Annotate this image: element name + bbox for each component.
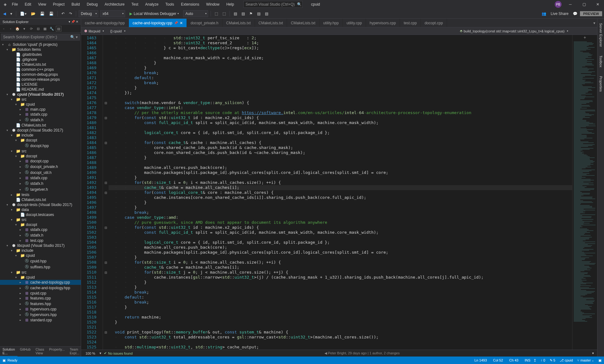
se-tab[interactable]: Team Expl... [67,347,82,357]
add-icon[interactable]: + [572,35,597,40]
open-button[interactable]: 📂 [30,11,37,17]
tab-overflow[interactable]: ▾ [592,19,597,27]
char-indicator[interactable]: Ch 43 [509,358,518,362]
tree-item[interactable]: ⓗsuffixes.hpp [0,264,81,270]
tree-item[interactable]: ▾⬢cpuid (Visual Studio 2017) [0,92,81,97]
rail-toolbox[interactable]: Toolbox [598,54,603,69]
debug-target-dropdown[interactable]: Auto [183,10,208,17]
tree-item[interactable]: 📄common-release.props [0,77,81,82]
nav-project[interactable]: ⬢libcpuid [81,29,107,33]
tree-item[interactable]: 📄.gitattributes [0,52,81,57]
config-dropdown[interactable]: Debug [79,10,98,17]
tree-item[interactable]: ▸ⓗdocopt_private.h [0,164,81,170]
rail-server-explorer[interactable]: Server Explorer [598,21,603,49]
se-home-icon[interactable]: 🏠 [15,26,20,31]
save-all-button[interactable]: 💾 [48,11,55,17]
tree-item[interactable]: 📄docopt.testcases [0,212,81,217]
tree-item[interactable]: ▸ⓗdocopt_util.h [0,170,81,175]
tree-item[interactable]: ▾📁src [0,149,81,154]
tree-item[interactable]: ▸⊞cpuid.cpp [0,291,81,296]
menu-view[interactable]: View [35,1,49,8]
global-search-input[interactable]: Search Visual Studio (Ctrl+Q) [243,1,303,8]
editor-tab[interactable]: docopt_private.h [187,19,222,27]
menu-analyze[interactable]: Analyze [142,1,162,8]
line-indicator[interactable]: Ln 1493 [475,358,487,362]
minimize-button[interactable]: ─ [565,1,575,8]
se-tab[interactable]: Property... [47,347,67,357]
editor-tab[interactable]: hypervisors.cpp [366,19,400,27]
tb-icon-7[interactable]: ▤ [264,11,270,17]
menu-tools[interactable]: Tools [162,1,177,8]
new-button[interactable]: 📄▾ [19,11,28,17]
menu-window[interactable]: Window [203,1,223,8]
se-search-input[interactable]: Search Solution Explorer (Ctrl+;) 🔍 ▾ [1,34,80,41]
notif-icon[interactable]: ▣ [598,358,602,362]
tree-item[interactable]: ▾📁docopt [0,154,81,159]
tree-item[interactable]: ▾📁include [0,248,81,253]
menu-project[interactable]: Project [50,1,68,8]
pin-icon[interactable]: ▾ 📌 ✕ [69,20,78,24]
maximize-button[interactable]: ▢ [579,1,589,8]
tree-item[interactable]: ▸⊞cache-and-topology.cpp [0,280,81,285]
tree-item[interactable]: 📄common-debug.props [0,72,81,77]
nav-member[interactable]: ⬘build_topology(const std::map<std::uint… [457,29,597,33]
platform-dropdown[interactable]: x64 [100,10,125,17]
scroll-caret-icon[interactable]: ▾ [589,351,597,355]
redo-button[interactable]: ↷ [68,11,73,17]
undo-button[interactable]: ↶ [60,11,66,17]
tree-item[interactable]: ▸⊞features.cpp [0,296,81,301]
tree-item[interactable]: ▸⊞stdafx.cpp [0,112,81,117]
tree-item[interactable]: 📄CMakeLists.txt [0,123,81,128]
tree-item[interactable]: ▾📁include [0,133,81,138]
menu-edit[interactable]: Edit [22,1,34,8]
se-tab[interactable]: Class View [33,347,47,357]
tree-item[interactable]: ▾📁cpuid [0,275,81,280]
se-preview-icon[interactable]: ▤ [56,26,61,31]
tree-item[interactable]: ▸ⓗstdafx.h [0,117,81,123]
menu-debug[interactable]: Debug [84,1,101,8]
se-showall-icon[interactable]: ▦ [42,26,48,31]
editor-tab[interactable]: CMakeLists.txt [222,19,255,27]
editor-tab[interactable]: CMakeLists.txt [287,19,319,27]
tree-item[interactable]: ▾📁data [0,207,81,212]
tree-item[interactable]: 📄README.md [0,87,81,92]
menu-help[interactable]: Help [223,1,237,8]
tree-item[interactable]: ▾📁docopt [0,222,81,227]
editor-tab[interactable]: utility.cpp [343,19,366,27]
tree-item[interactable]: 📄common-c++.props [0,67,81,72]
publish-icon[interactable]: ↥ [533,358,536,362]
se-back-icon[interactable]: ◦ [1,26,7,31]
tree-item[interactable]: ▸ⓗtargetver.h [0,186,81,192]
tree-item[interactable]: ⓗdocopt.hpp [0,143,81,149]
tree-item[interactable]: ▾⬢docopt-tests (Visual Studio 2017) [0,202,81,207]
code-editor[interactable]: 1463146414651466146714681469147014711472… [81,35,597,350]
se-props-icon[interactable]: 🔧 [49,26,55,31]
forward-button[interactable]: ▾ [9,11,13,17]
tree-item[interactable]: ▸⊞stdafx.cpp [0,227,81,232]
minimap[interactable]: + [572,35,597,350]
se-refresh-icon[interactable]: ⟳ [28,26,34,31]
tree-item[interactable]: ▸ⓗstdafx.h [0,180,81,186]
tree-item[interactable]: ▸⊞main.cpp [0,107,81,112]
user-avatar[interactable]: PB [555,1,562,8]
tree-item[interactable]: ▾⬢docopt (Visual Studio 2017) [0,128,81,133]
nav-scope[interactable]: {} cpuid [107,29,232,33]
tree-item[interactable]: ▸⊞hypervisors.cpp [0,307,81,312]
live-share-icon[interactable]: 👥 [542,12,546,16]
tree-item[interactable]: ⓗcpuid.hpp [0,258,81,264]
back-button[interactable]: ◀ [2,11,7,17]
tree-item[interactable]: ▸⊞standard.cpp [0,318,81,323]
editor-tab[interactable]: cache-and-topology.cpp📌✕ [129,19,187,27]
tree-item[interactable]: ▸ⓗcache-and-topology.hpp [0,285,81,291]
run-debugger-button[interactable]: ▶ Local Windows Debugger ▾ [127,11,181,17]
menu-extensions[interactable]: Extensions [178,1,202,8]
menu-architecture[interactable]: Architecture [101,1,128,8]
close-window-button[interactable]: ✕ [593,1,603,8]
live-share-button[interactable]: Live Share [549,11,570,17]
editor-tab[interactable]: docopt.cpp [421,19,447,27]
tree-item[interactable]: ▾⌂Solution 'cpuid' (5 projects) [0,42,81,47]
git-changes[interactable]: ✎ 5 [550,358,555,362]
tree-item[interactable]: ▸⊞stdafx.cpp [0,175,81,180]
editor-tab[interactable]: CMakeLists.txt [255,19,287,27]
tb-icon-4[interactable]: ▤ [240,11,246,17]
